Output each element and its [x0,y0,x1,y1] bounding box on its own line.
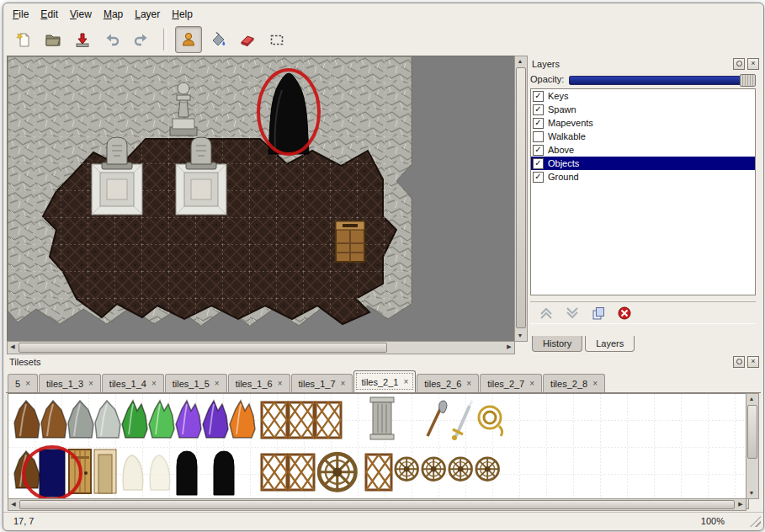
close-tab-icon[interactable]: × [341,380,346,388]
map-vertical-scrollbar[interactable]: ▲ ▼ [514,56,528,342]
tileset-tab-tiles-2-6[interactable]: tiles_2_6× [417,374,479,392]
stamp-tool-button[interactable] [175,26,202,53]
tileset-tab-tiles-1-7[interactable]: tiles_1_7× [291,374,353,392]
map-vscroll-thumb[interactable] [516,67,526,328]
select-tool-button[interactable] [263,26,290,53]
tileset-vscroll-thumb[interactable] [747,405,757,459]
tile-wagon-wheel-large[interactable] [319,454,355,490]
tileset-tab-5[interactable]: 5× [8,374,38,392]
scroll-up-icon[interactable]: ▲ [746,394,757,404]
redo-button[interactable] [128,26,155,53]
close-tab-icon[interactable]: × [529,380,534,388]
open-map-button[interactable] [40,26,66,53]
tile-wagon-wheel[interactable] [476,458,499,481]
map-horizontal-scrollbar[interactable]: ◀ ▶ [7,341,515,354]
eraser-tool-button[interactable] [234,26,261,53]
opacity-slider[interactable] [569,74,756,85]
layer-visibility-checkbox[interactable] [533,131,544,142]
menu-view[interactable]: View [64,6,98,23]
layer-row-above[interactable]: ✓ Above [531,143,755,157]
map-view-area: ▲ ▼ ◀ ▶ [7,56,527,354]
close-tab-icon[interactable]: × [466,380,471,388]
menu-map[interactable]: Map [98,6,129,23]
tile-stone-pillar[interactable] [370,397,394,439]
tileset-canvas[interactable] [8,393,746,499]
tileset-tab-tiles-1-3[interactable]: tiles_1_3× [39,374,101,392]
eraser-icon [239,31,256,48]
tileset-tab-tiles-1-4[interactable]: tiles_1_4× [102,374,164,392]
tile-door-frame[interactable] [94,450,116,493]
map-hscroll-thumb[interactable] [19,343,387,353]
menu-help[interactable]: Help [166,6,199,23]
scroll-down-icon[interactable]: ▼ [515,331,525,341]
scroll-up-icon[interactable]: ▲ [515,56,525,66]
layer-visibility-checkbox[interactable]: ✓ [533,118,544,129]
float-panel-icon[interactable] [733,356,745,368]
scroll-left-icon[interactable]: ◀ [8,342,18,352]
tab-history[interactable]: History [532,336,582,352]
layer-visibility-checkbox[interactable]: ✓ [533,145,544,156]
tile-wagon-wheel[interactable] [449,458,472,481]
menu-file[interactable]: File [7,6,35,23]
close-tab-icon[interactable]: × [151,380,157,388]
undo-button[interactable] [98,26,125,53]
new-file-icon [15,31,32,48]
layer-row-walkable[interactable]: Walkable [531,130,755,143]
scroll-left-icon[interactable]: ◀ [8,499,19,509]
layer-visibility-checkbox[interactable]: ✓ [533,104,544,115]
scroll-right-icon[interactable]: ▶ [504,342,514,352]
layer-row-mapevents[interactable]: ✓ Mapevents [531,116,755,130]
new-map-button[interactable] [10,26,37,53]
scroll-right-icon[interactable]: ▶ [736,499,746,509]
tab-layers[interactable]: Layers [585,336,635,352]
move-layer-down-button chevron-down-icon[interactable] [565,306,580,321]
duplicate-layer-button copy-pages-icon[interactable] [591,306,606,321]
paint-fill-icon [210,31,226,48]
close-panel-icon[interactable]: × [747,58,759,70]
menu-layer[interactable]: Layer [129,6,166,23]
tileset-tab-tiles-2-7[interactable]: tiles_2_7× [480,374,542,392]
close-tab-icon[interactable]: × [88,380,93,388]
tileset-vertical-scrollbar[interactable]: ▲ ▼ [746,393,759,499]
close-tab-icon[interactable]: × [215,380,220,388]
close-panel-icon[interactable]: × [747,356,759,368]
delete-layer-button red-cancel-icon[interactable] [617,306,632,321]
tileset-tab-tiles-2-1[interactable]: tiles_2_1× [353,370,416,392]
tileset-tab-tiles-2-8[interactable]: tiles_2_8× [543,374,605,392]
opacity-slider-track[interactable] [569,76,754,85]
move-layer-up-button chevron-up-icon[interactable] [539,306,554,321]
tile-dark-archway[interactable] [214,451,234,495]
undo-icon [104,31,120,48]
tilesets-panel-header: Tilesets × [6,355,761,368]
layer-row-ground[interactable]: ✓ Ground [531,170,755,184]
redo-icon [133,31,150,48]
save-map-button[interactable] [69,26,96,53]
close-tab-icon[interactable]: × [403,378,408,386]
menu-edit[interactable]: Edit [35,6,64,23]
menubar: File Edit View Map Layer Help [7,5,199,24]
selected-tile[interactable] [40,450,65,497]
fill-tool-button[interactable] [205,26,231,53]
map-canvas[interactable] [7,56,515,342]
tile-dark-archway[interactable] [177,451,197,495]
scroll-down-icon[interactable]: ▼ [746,488,757,498]
tile-wagon-wheel[interactable] [396,458,418,481]
float-panel-icon[interactable] [733,58,745,70]
opacity-slider-handle[interactable] [740,74,756,87]
dock-tab-bar: History Layers [532,336,637,352]
layer-row-spawn[interactable]: ✓ Spawn [531,103,755,116]
tile-wagon-wheel[interactable] [422,458,445,481]
layer-visibility-checkbox[interactable]: ✓ [533,172,544,183]
layer-visibility-checkbox[interactable]: ✓ [533,91,544,102]
tileset-tab-tiles-1-6[interactable]: tiles_1_6× [228,374,290,392]
layer-row-keys[interactable]: ✓ Keys [531,89,755,103]
close-tab-icon[interactable]: × [592,380,598,388]
tileset-horizontal-scrollbar[interactable]: ◀ ▶ [8,498,746,511]
layer-row-objects[interactable]: ✓ Objects [531,157,755,170]
tileset-hscroll-thumb[interactable] [19,500,735,509]
layer-visibility-checkbox[interactable]: ✓ [533,158,544,169]
close-tab-icon[interactable]: × [278,380,283,388]
tileset-tab-tiles-1-5[interactable]: tiles_1_5× [165,374,227,392]
close-tab-icon[interactable]: × [25,380,30,388]
opacity-row: Opacity: [530,73,756,85]
